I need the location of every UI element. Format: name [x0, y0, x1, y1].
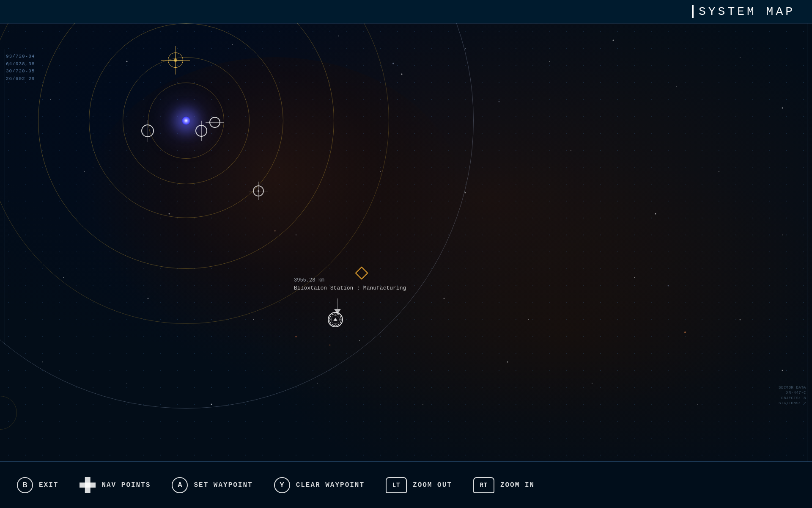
zoom-in-button-group[interactable]: RT ZOOM IN	[473, 477, 556, 493]
clear-waypoint-button-group[interactable]: Y CLEAR WAYPOINT	[274, 477, 386, 493]
clear-waypoint-label: CLEAR WAYPOINT	[296, 481, 365, 489]
station-name: Biloxtalon Station : Manufacturing	[294, 284, 406, 293]
header: SYSTEM MAP	[0, 0, 812, 23]
ship-icon	[328, 312, 343, 327]
arrow-head	[334, 309, 341, 314]
svg-point-46	[335, 319, 336, 320]
lt-trigger-icon[interactable]: LT	[386, 477, 407, 493]
bottom-hud-bar: B EXIT NAV POINTS A SET WAYPOINT Y CLEAR…	[0, 461, 812, 508]
exit-label: EXIT	[39, 481, 58, 489]
arrow-line	[337, 298, 338, 309]
dpad-icon[interactable]	[80, 477, 96, 493]
nav-arrow-indicator	[334, 298, 341, 314]
station-info-label: 3955.28 km Biloxtalon Station : Manufact…	[294, 276, 406, 293]
zoom-in-label: ZOOM IN	[500, 481, 535, 489]
planet-marker-4[interactable]	[209, 117, 220, 128]
planet-marker-5[interactable]	[253, 185, 264, 196]
planet-marker-2[interactable]	[141, 124, 154, 137]
zoom-out-label: ZOOM OUT	[413, 481, 452, 489]
nav-points-label: NAV POINTS	[102, 481, 151, 489]
star-system	[0, 23, 812, 461]
central-star	[182, 116, 190, 125]
svg-point-45	[331, 315, 339, 323]
a-button-icon[interactable]: A	[172, 477, 188, 493]
planet-marker-3[interactable]	[195, 125, 207, 137]
set-waypoint-button-group[interactable]: A SET WAYPOINT	[172, 477, 274, 493]
title-accent-bar	[692, 5, 694, 18]
exit-button-group[interactable]: B EXIT	[17, 477, 80, 493]
player-ship-marker[interactable]	[328, 312, 343, 327]
map-area[interactable]: 93/720-84 64/038-38 30/720-05 26/602-29	[0, 23, 812, 461]
title-container: SYSTEM MAP	[692, 5, 795, 18]
b-button-icon[interactable]: B	[17, 477, 33, 493]
set-waypoint-label: SET WAYPOINT	[194, 481, 252, 489]
right-panel-info: SECTOR DATA XN-447-C OBJECTS: 8 STATIONS…	[779, 385, 806, 406]
page-title: SYSTEM MAP	[699, 5, 795, 18]
planet-marker-1[interactable]	[168, 52, 183, 68]
station-distance: 3955.28 km	[294, 276, 406, 284]
nav-points-button-group[interactable]: NAV POINTS	[80, 477, 172, 493]
top-ruler-line	[0, 23, 812, 24]
rt-trigger-icon[interactable]: RT	[473, 477, 494, 493]
zoom-out-button-group[interactable]: LT ZOOM OUT	[386, 477, 473, 493]
y-button-icon[interactable]: Y	[274, 477, 290, 493]
orbital-ring-5	[0, 23, 474, 409]
